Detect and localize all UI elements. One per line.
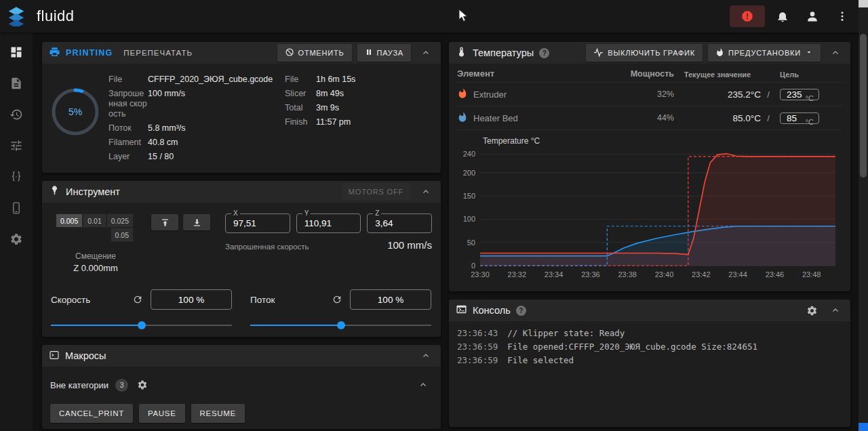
pause-icon <box>365 48 373 58</box>
scrollbar-thumb[interactable] <box>860 34 867 178</box>
speed-slider-knob[interactable] <box>138 321 146 329</box>
flow-slider[interactable] <box>250 321 431 330</box>
pause-button[interactable]: ПАУЗА <box>357 44 412 62</box>
reprint-button[interactable]: ПЕРЕПЕЧАТАТЬ <box>118 44 198 62</box>
cancel-icon <box>285 47 294 58</box>
macros-settings-gear-icon[interactable] <box>135 377 150 392</box>
overflow-menu-icon[interactable] <box>830 4 854 28</box>
svg-text:50: 50 <box>467 239 475 247</box>
collapse-print-card-icon[interactable] <box>416 43 435 62</box>
emergency-stop-button[interactable] <box>730 5 765 27</box>
pulse-chart-icon <box>593 47 604 59</box>
console-help-icon[interactable]: ? <box>516 306 526 316</box>
cancel-print-button[interactable]: ОТМЕНИТЬ <box>277 44 352 62</box>
collapse-macros-category-icon[interactable] <box>414 375 433 394</box>
console-output[interactable]: 23:36:43// Klipper state: Ready 23:36:59… <box>449 321 850 373</box>
console-line: 23:36:59File selected <box>457 354 842 367</box>
heater-current-temp: 85.0°C <box>674 113 761 123</box>
z-offset-down-button[interactable] <box>183 214 210 230</box>
svg-text:23:44: 23:44 <box>728 270 747 279</box>
y-position-field: Y <box>296 213 361 233</box>
svg-text:23:46: 23:46 <box>766 270 785 279</box>
speed-slider[interactable] <box>51 321 232 330</box>
print-status-card: PRINTING ПЕРЕПЕЧАТАТЬ ОТМЕНИТЬ ПАУЗА <box>42 42 441 173</box>
fluidd-logo-icon <box>0 0 33 33</box>
sidebar-item-settings[interactable] <box>0 224 33 255</box>
sidebar-item-system[interactable] <box>0 192 33 224</box>
flow-value-field <box>350 289 431 310</box>
macro-pause-button[interactable]: PAUSE <box>139 404 185 423</box>
svg-text:100: 100 <box>463 215 475 223</box>
svg-text:23:32: 23:32 <box>508 270 527 279</box>
user-account-icon[interactable] <box>800 4 825 28</box>
macros-title: Макросы <box>65 350 106 361</box>
macro-cancel-print-button[interactable]: CANCEL_PRINT <box>50 404 133 423</box>
toolhead-header: Инструмент MOTORS OFF <box>42 181 441 203</box>
heater-bed-flame-icon[interactable] <box>457 112 468 125</box>
stat-row: Поток5.8 mm³/s <box>108 123 277 134</box>
flow-slider-knob[interactable] <box>337 321 345 329</box>
stat-row: Запрошенная скорость100 mm/s <box>108 89 277 119</box>
extruder-target-field: °C <box>780 89 819 100</box>
flow-value-input[interactable] <box>351 290 431 309</box>
speed-label: Скорость <box>51 295 129 305</box>
stat-row: File1h 6m 15s <box>285 75 355 85</box>
flow-label: Поток <box>250 295 328 305</box>
printer-icon <box>49 46 60 60</box>
collapse-temperatures-icon[interactable] <box>826 43 845 62</box>
svg-text:23:40: 23:40 <box>655 270 674 279</box>
speed-value-input[interactable] <box>151 290 231 309</box>
extruder-row: Extruder 32% 235.2°C / °C <box>457 83 842 106</box>
collapse-console-icon[interactable] <box>826 301 845 320</box>
macros-card: Макросы Вне категории 3 CANCEL_PRINT <box>42 345 441 429</box>
speed-reset-icon[interactable] <box>129 291 146 308</box>
sidebar-item-configuration[interactable] <box>0 161 33 192</box>
svg-text:23:30: 23:30 <box>471 270 490 279</box>
sidebar-item-history[interactable] <box>0 99 33 130</box>
sidebar-item-jobs[interactable] <box>0 68 33 99</box>
heater-name: Extruder <box>473 89 507 100</box>
macros-category-label: Вне категории <box>50 380 108 390</box>
stat-row: Layer15 / 80 <box>108 152 277 162</box>
print-stats-times: File1h 6m 15s Slicer8m 49s Total3m 9s Fi… <box>285 75 355 166</box>
macro-resume-button[interactable]: RESUME <box>191 404 245 423</box>
z-step-0005-button[interactable]: 0.005 <box>56 213 83 228</box>
scrollbar-up-button[interactable] <box>859 0 868 7</box>
z-step-005-button[interactable]: 0.05 <box>111 228 134 242</box>
presets-dropdown-button[interactable]: ПРЕДУСТАНОВКИ <box>708 44 821 62</box>
temperatures-help-icon[interactable]: ? <box>539 48 549 58</box>
z-offset-value: Z 0.000mm <box>51 263 140 273</box>
z-step-0025-button[interactable]: 0.025 <box>106 213 134 228</box>
flow-reset-icon[interactable] <box>328 291 346 308</box>
heater-bed-row: Heater Bed 44% 85.0°C / °C <box>457 106 842 130</box>
macros-count-badge: 3 <box>115 379 128 392</box>
print-status-header: PRINTING ПЕРЕПЕЧАТАТЬ ОТМЕНИТЬ ПАУЗА <box>42 42 441 64</box>
z-step-001-button[interactable]: 0.01 <box>83 213 106 228</box>
svg-text:23:34: 23:34 <box>545 270 564 279</box>
app-title: fluidd <box>37 7 75 25</box>
temperatures-header: Температуры ? ВЫКЛЮЧИТЬ ГРАФИК ПРЕДУСТАН… <box>449 42 850 64</box>
console-settings-gear-icon[interactable] <box>803 302 821 319</box>
stat-row: FileCFFFP_2020_ЭЮЯ_cube.gcode <box>108 75 277 85</box>
collapse-macros-icon[interactable] <box>416 346 435 365</box>
svg-text:23:36: 23:36 <box>581 270 600 279</box>
heater-name: Heater Bed <box>473 113 518 123</box>
stat-row: Finish11:57 pm <box>285 117 355 127</box>
temperatures-title: Температуры <box>473 47 534 58</box>
toggle-chart-button[interactable]: ВЫКЛЮЧИТЬ ГРАФИК <box>586 44 703 62</box>
z-position-field: Z <box>367 213 432 233</box>
temperatures-card: Температуры ? ВЫКЛЮЧИТЬ ГРАФИК ПРЕДУСТАН… <box>449 42 850 291</box>
notifications-bell-icon[interactable] <box>770 4 795 28</box>
extruder-flame-icon[interactable] <box>457 88 468 101</box>
console-title: Консоль <box>473 305 511 316</box>
macros-icon <box>49 350 60 363</box>
sidebar-item-tune[interactable] <box>0 130 33 161</box>
z-offset-up-button[interactable] <box>151 214 178 230</box>
collapse-toolhead-icon[interactable] <box>416 182 435 201</box>
page-scrollbar <box>859 0 868 431</box>
console-card: Консоль ? 23:36:43// Klipper state: Read… <box>449 300 850 427</box>
sidebar-item-dashboard[interactable] <box>0 37 33 68</box>
heater-power: 32% <box>621 89 674 99</box>
svg-text:150: 150 <box>463 192 475 200</box>
scrollbar-down-button[interactable] <box>859 423 868 431</box>
